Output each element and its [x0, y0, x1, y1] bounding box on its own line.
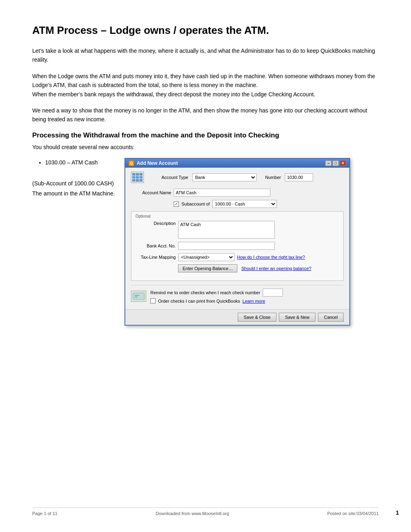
qb-top-row: Account Type Bank Number	[131, 172, 344, 183]
left-notes: 1030.00 – ATM Cash (Sub-Account of 1000.…	[32, 158, 115, 200]
sub-note-1: The amount in the ATM Machine.	[32, 189, 115, 198]
checks-right: Remind me to order checks when I reach c…	[150, 289, 344, 303]
grid-cell	[136, 173, 139, 176]
section-heading: Processing the Withdrawal from the machi…	[32, 131, 379, 139]
grid-cell	[139, 179, 143, 182]
tax-line-select[interactable]: <Unassigned>	[178, 253, 235, 261]
checks-section: Remind me to order checks when I reach c…	[131, 285, 344, 303]
svg-rect-0	[133, 293, 144, 299]
paragraph-2: When the Lodge owns the ATM and puts mon…	[32, 72, 379, 99]
qb-dialog: Q Add New Account – □ ✕	[125, 158, 350, 326]
restore-button[interactable]: □	[332, 160, 339, 166]
minimize-button[interactable]: –	[325, 160, 332, 166]
account-name-row: Account Name	[131, 189, 344, 197]
description-row: Description ATM Cash	[135, 221, 339, 239]
grid-cell	[132, 179, 135, 182]
remind-row: Remind me to order checks when I reach c…	[150, 289, 344, 297]
grid-cell	[132, 176, 135, 179]
tax-line-row: Tax-Line Mapping <Unassigned> How do I c…	[135, 253, 339, 261]
page-title: ATM Process – Lodge owns / operates the …	[32, 24, 379, 37]
optional-legend: Optional	[135, 214, 339, 218]
subaccount-label: Subaccount of	[181, 202, 210, 206]
tax-line-label: Tax-Line Mapping	[135, 255, 176, 260]
order-checks-checkbox[interactable]	[150, 298, 156, 303]
optional-group: Optional Description ATM Cash Bank Acct.…	[131, 211, 344, 281]
order-checks-row: Order checks I can print from QuickBooks…	[150, 298, 344, 303]
grid-cell	[136, 179, 139, 182]
bank-acct-input[interactable]	[178, 242, 275, 250]
footer-posted-on: Posted on site:03/04/2011	[327, 511, 379, 516]
tax-line-help-link[interactable]: How do I choose the right tax line?	[237, 255, 305, 260]
save-new-button[interactable]: Save & New	[279, 313, 316, 322]
close-button[interactable]: ✕	[340, 160, 346, 166]
grid-cell	[139, 173, 143, 176]
qb-titlebar-buttons[interactable]: – □ ✕	[325, 160, 346, 166]
checks-icon	[131, 291, 146, 302]
grid-cell	[132, 173, 135, 176]
bank-acct-label: Bank Acct. No.	[135, 243, 176, 248]
opening-balance-button[interactable]: Enter Opening Balance…	[178, 264, 237, 272]
grid-cell	[139, 176, 143, 179]
cancel-button[interactable]: Cancel	[318, 313, 344, 322]
subaccount-select[interactable]: 1000.00 · Cash	[212, 200, 277, 208]
grid-cell	[136, 176, 139, 179]
account-name-label: Account Name	[131, 190, 171, 195]
page-number: 1	[396, 509, 399, 516]
bullet-list: 1030.00 – ATM Cash	[45, 158, 115, 167]
sub-note-0: (Sub-Account of 1000.00 CASH)	[32, 179, 115, 188]
account-name-input[interactable]	[174, 189, 270, 197]
description-textarea[interactable]: ATM Cash	[178, 221, 275, 239]
qb-dialog-title: Add New Account	[137, 160, 178, 166]
qb-dialog-body: Account Type Bank Number Account Name ✓ …	[125, 168, 349, 309]
paragraph-3: We need a way to show that the money is …	[32, 106, 379, 124]
account-number-input[interactable]	[285, 173, 313, 181]
qb-titlebar-left: Q Add New Account	[129, 160, 178, 166]
account-type-label: Account Type	[148, 175, 188, 180]
qb-bottom-buttons: Save & Close Save & New Cancel	[125, 309, 349, 325]
subaccount-row: ✓ Subaccount of 1000.00 · Cash	[174, 200, 344, 208]
save-close-button[interactable]: Save & Close	[238, 313, 277, 322]
opening-balance-link[interactable]: Should I enter an opening balance?	[241, 266, 311, 271]
description-label: Description	[135, 221, 176, 226]
subaccount-checkbox[interactable]: ✓	[174, 202, 179, 207]
account-type-select[interactable]: Bank	[192, 173, 257, 181]
sub-text: You should create several new accounts:	[32, 143, 379, 152]
learn-more-link[interactable]: Learn more	[243, 299, 265, 303]
qb-app-icon: Q	[129, 160, 134, 166]
paragraph-1: Let’s take a look at what happens with t…	[32, 46, 379, 64]
bullet-item-0: 1030.00 – ATM Cash	[45, 158, 115, 167]
remind-text: Remind me to order checks when I reach c…	[150, 290, 260, 295]
qb-titlebar: Q Add New Account – □ ✕	[125, 159, 349, 168]
footer-downloaded-from: Downloaded from www.MooseIntl.org	[156, 511, 229, 516]
remind-number-input[interactable]	[263, 289, 283, 297]
dialog-area: 1030.00 – ATM Cash (Sub-Account of 1000.…	[32, 158, 379, 326]
number-label: Number	[261, 175, 281, 180]
order-checks-label: Order checks I can print from QuickBooks	[158, 299, 240, 303]
footer-page-info: Page 1 of 11	[32, 511, 57, 516]
bank-acct-row: Bank Acct. No.	[135, 242, 339, 250]
account-type-icon	[131, 172, 144, 183]
opening-balance-row: Enter Opening Balance… Should I enter an…	[178, 264, 339, 272]
page-footer: Page 1 of 11 Downloaded from www.MooseIn…	[32, 507, 379, 516]
